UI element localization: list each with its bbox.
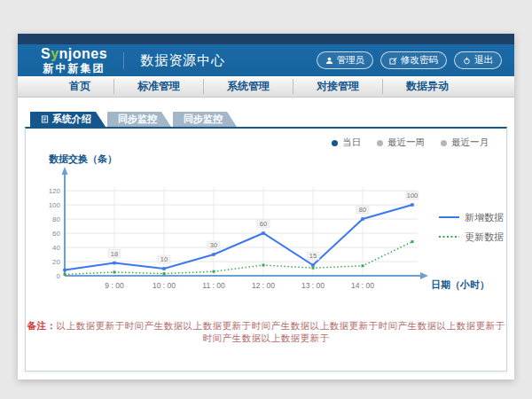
radio-selected-icon	[332, 140, 338, 146]
svg-text:11 : 00: 11 : 00	[202, 281, 225, 290]
filter-last-month[interactable]: 最近一月	[441, 137, 489, 149]
company-logo: Synjones 新中新集团	[41, 47, 107, 74]
logout-label: 退出	[474, 54, 493, 66]
radio-unselected-icon	[377, 140, 383, 146]
user-icon	[325, 57, 333, 65]
filter-last-week-label: 最近一周	[387, 137, 425, 149]
app-window: Synjones 新中新集团 数据资源中心 管理员 修改密码 退出 首页 标准管…	[18, 34, 514, 379]
note-text: 以上数据更新于时间产生数据以上数据更新于时间产生数据以上数据更新于时间产生数据以…	[57, 320, 505, 343]
user-actions: 管理员 修改密码 退出	[317, 51, 503, 69]
tab-sync-monitor-2[interactable]: 同步监控	[173, 112, 237, 127]
data-exchange-chart-svg: 0204060801001209 : 0010 : 0011 : 0012 : …	[38, 152, 521, 293]
svg-text:13 : 00: 13 : 00	[301, 281, 325, 290]
tab-sync-monitor-2-label: 同步监控	[184, 113, 223, 126]
svg-text:60: 60	[52, 230, 60, 238]
svg-text:9 : 00: 9 : 00	[105, 281, 124, 290]
svg-text:80: 80	[52, 215, 60, 223]
admin-user-button[interactable]: 管理员	[317, 51, 374, 69]
svg-text:更新数据: 更新数据	[465, 231, 504, 242]
logo-company-text: 新中新集团	[41, 63, 107, 74]
svg-text:15: 15	[309, 252, 317, 260]
change-password-button[interactable]: 修改密码	[380, 51, 447, 69]
filter-today-label: 当日	[342, 137, 361, 149]
tab-row: 系统介绍 同步监控 同步监控	[30, 112, 507, 127]
svg-text:数据交换（条）: 数据交换（条）	[48, 153, 117, 165]
radio-unselected-icon	[441, 140, 447, 146]
svg-text:100: 100	[407, 192, 419, 200]
tab-sync-monitor-1-label: 同步监控	[118, 113, 157, 126]
change-password-label: 修改密码	[401, 54, 438, 66]
svg-text:100: 100	[49, 201, 61, 209]
content-panel: 当日 最近一周 最近一月 0204060801001209 : 0010 : 0…	[25, 127, 507, 372]
power-icon	[463, 57, 471, 65]
document-icon	[41, 115, 49, 123]
svg-text:10: 10	[160, 255, 168, 263]
svg-text:60: 60	[260, 220, 267, 228]
time-filter-group: 当日 最近一周 最近一月	[332, 137, 489, 149]
tab-system-intro[interactable]: 系统介绍	[30, 112, 106, 127]
filter-today[interactable]: 当日	[332, 137, 361, 149]
line-chart: 0204060801001209 : 0010 : 0011 : 0012 : …	[38, 152, 506, 297]
svg-text:18: 18	[111, 250, 118, 258]
filter-last-week[interactable]: 最近一周	[377, 137, 425, 149]
svg-text:0: 0	[57, 272, 61, 280]
svg-text:14 : 00: 14 : 00	[351, 281, 374, 290]
header: Synjones 新中新集团 数据资源中心 管理员 修改密码 退出	[18, 44, 514, 76]
footer-note: 备注：以上数据更新于时间产生数据以上数据更新于时间产生数据以上数据更新于时间产生…	[26, 320, 506, 345]
nav-item-interface-mgmt[interactable]: 对接管理	[293, 79, 382, 94]
svg-text:10 : 00: 10 : 00	[153, 281, 176, 290]
admin-user-label: 管理员	[337, 54, 365, 66]
svg-text:12 : 00: 12 : 00	[252, 281, 275, 290]
filter-last-month-label: 最近一月	[451, 137, 489, 149]
page-title: 数据资源中心	[123, 52, 225, 69]
logo-leaf-accent: y	[51, 46, 59, 61]
nav-item-system-mgmt[interactable]: 系统管理	[203, 79, 293, 94]
nav-item-data-change[interactable]: 数据异动	[382, 79, 472, 94]
main-nav: 首页 标准管理 系统管理 对接管理 数据异动	[18, 76, 514, 98]
top-strip	[18, 34, 514, 44]
note-label: 备注：	[27, 320, 57, 331]
tab-system-intro-label: 系统介绍	[52, 113, 91, 126]
edit-icon	[389, 57, 397, 65]
nav-item-home[interactable]: 首页	[46, 79, 113, 94]
svg-text:30: 30	[210, 241, 217, 249]
nav-item-standard-mgmt[interactable]: 标准管理	[113, 79, 203, 94]
svg-text:80: 80	[359, 206, 366, 214]
logout-button[interactable]: 退出	[454, 51, 502, 69]
svg-text:40: 40	[52, 244, 60, 252]
logo-brand-text: Synjones	[41, 47, 107, 61]
svg-text:新增数据: 新增数据	[465, 212, 504, 223]
tab-sync-monitor-1[interactable]: 同步监控	[107, 112, 171, 127]
svg-text:日期（小时）: 日期（小时）	[431, 279, 489, 291]
svg-text:120: 120	[49, 187, 61, 195]
svg-text:20: 20	[52, 258, 60, 266]
